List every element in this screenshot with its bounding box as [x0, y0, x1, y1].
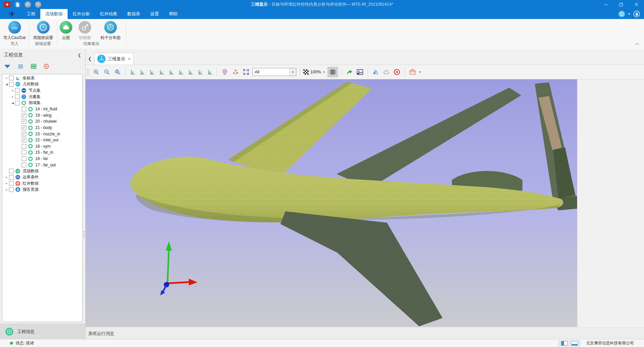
- panel-splitter-handle[interactable]: [83, 230, 85, 239]
- layout-bottom-panel-icon[interactable]: [571, 341, 578, 346]
- restore-button[interactable]: [613, 0, 629, 9]
- zoom-fit-icon[interactable]: [113, 67, 122, 77]
- export-view-icon[interactable]: [345, 67, 354, 77]
- screenshot-image-icon[interactable]: [356, 67, 364, 77]
- tree-item-几何数据[interactable]: ◢几何数据: [2, 81, 82, 88]
- save-scene-icon[interactable]: [408, 67, 417, 77]
- tree-item-元素集[interactable]: ▸元素集: [2, 94, 82, 100]
- marquee-select-icon[interactable]: [242, 67, 250, 77]
- menu-item-红外结果[interactable]: 红外结果: [95, 9, 122, 19]
- view-iso-1-icon[interactable]: [187, 67, 194, 77]
- contour-cloud-button[interactable]: 云图: [57, 21, 75, 41]
- tree-item-16 - far[interactable]: 16 - far: [2, 156, 82, 162]
- view-iso-3-icon[interactable]: [206, 67, 213, 77]
- locate-target-icon[interactable]: [43, 63, 49, 71]
- tree-item-23 - nozzle_in[interactable]: ✓23 - nozzle_in: [2, 131, 82, 137]
- tree-checkbox[interactable]: ✓: [22, 132, 26, 136]
- tree-checkbox[interactable]: [9, 181, 14, 186]
- tree-item-边界条件[interactable]: ▸边界条件: [2, 174, 82, 181]
- redo-icon[interactable]: ↷: [35, 1, 41, 8]
- tree-checkbox[interactable]: [9, 169, 14, 173]
- layout-left-panel-icon[interactable]: [561, 341, 567, 346]
- display-filter-select[interactable]: All ▼: [252, 68, 296, 76]
- panel-collapse-icon[interactable]: ❮: [78, 53, 81, 58]
- panel-bottom-bar[interactable]: 工程信息: [0, 324, 85, 339]
- tree-checkbox[interactable]: [22, 107, 26, 111]
- mirror-icon[interactable]: [371, 67, 380, 77]
- tree-item-面域集[interactable]: ◢面域集: [2, 100, 82, 106]
- minimize-button[interactable]: [598, 0, 613, 9]
- view-bottom-icon[interactable]: [177, 67, 184, 77]
- combo-dropdown-icon[interactable]: ▼: [289, 68, 296, 76]
- tree-item-21 - body[interactable]: ✓21 - body: [2, 125, 82, 131]
- view-back-icon[interactable]: [139, 67, 146, 77]
- tree-checkbox[interactable]: ✓: [22, 125, 26, 130]
- tree-checkbox[interactable]: ✓: [22, 113, 26, 118]
- undo-icon[interactable]: ↶: [25, 1, 31, 8]
- style-dropdown-icon[interactable]: ▼: [628, 12, 631, 16]
- tree-checkbox[interactable]: [9, 76, 14, 80]
- tree-item-19 - wing[interactable]: ✓19 - wing: [2, 112, 82, 119]
- tree-item-坐标系[interactable]: ▸坐标系: [2, 75, 82, 81]
- mesh-grid-toggle[interactable]: [327, 67, 338, 77]
- close-button[interactable]: [629, 0, 644, 9]
- tree-checkbox[interactable]: [9, 187, 14, 192]
- tree-item-14 - int_fluid[interactable]: 14 - int_fluid: [2, 106, 82, 112]
- save-dropdown-icon[interactable]: ▼: [419, 71, 422, 74]
- tree-item-节点集[interactable]: ▸节点集: [2, 87, 82, 94]
- periodic-face-settings-button[interactable]: 周期面设置: [29, 21, 57, 41]
- particle-distribution-button[interactable]: 粒子分布图: [95, 21, 126, 41]
- import-cas-dat-button[interactable]: cas 导入Cas/Dat: [0, 21, 29, 41]
- tree-expand-icon[interactable]: ▸: [4, 76, 9, 80]
- tree-expand-icon[interactable]: ▸: [4, 176, 9, 179]
- tree-expand-icon[interactable]: ▸: [10, 95, 15, 98]
- tab-close-icon[interactable]: ✕: [128, 57, 131, 61]
- menu-item-工程[interactable]: 工程: [22, 9, 40, 19]
- tree-checkbox[interactable]: [15, 94, 20, 99]
- menu-item-帮助[interactable]: 帮助: [164, 9, 182, 19]
- particles-select-icon[interactable]: [231, 67, 240, 77]
- zoom-dropdown-icon[interactable]: ▼: [323, 71, 325, 74]
- new-document-icon[interactable]: [14, 1, 21, 8]
- probe-locator-icon[interactable]: [220, 67, 229, 77]
- tree-checkbox[interactable]: [22, 150, 26, 155]
- style-switch-icon[interactable]: [618, 11, 625, 17]
- menu-item-流场数据[interactable]: 流场数据: [40, 9, 68, 19]
- view-iso-2-icon[interactable]: [196, 67, 204, 77]
- tree-checkbox[interactable]: ✓: [22, 138, 26, 142]
- view-top-icon[interactable]: [167, 67, 175, 77]
- tree-checkbox[interactable]: [9, 82, 14, 87]
- tree-checkbox[interactable]: ✓: [22, 119, 26, 124]
- tree-checkbox[interactable]: [15, 88, 20, 93]
- menu-item-设置[interactable]: 设置: [145, 9, 164, 19]
- tree-checkbox[interactable]: [9, 175, 14, 180]
- tree-item-流场数据[interactable]: 流场数据: [2, 168, 82, 174]
- zoom-out-icon[interactable]: [103, 67, 111, 77]
- zoom-level-control[interactable]: 100% ▼: [303, 69, 325, 75]
- list-mode-icon[interactable]: [17, 64, 24, 70]
- tree-item-15 - far_in[interactable]: 15 - far_in: [2, 149, 82, 156]
- toolbar-drag-handle[interactable]: [87, 68, 89, 76]
- tree-item-18 - sym[interactable]: 18 - sym: [2, 143, 82, 150]
- tree-checkbox[interactable]: [22, 144, 26, 149]
- tree-expand-icon[interactable]: ▸: [10, 89, 15, 92]
- view-front-icon[interactable]: [129, 67, 136, 77]
- help-manual-icon[interactable]: [633, 11, 640, 17]
- view-left-icon[interactable]: [148, 67, 156, 77]
- tree-item-报告资源[interactable]: ▸报告资源: [2, 187, 82, 193]
- tree-expand-icon[interactable]: ▸: [4, 188, 9, 191]
- tab-3d-view[interactable]: 三维显示 ✕: [94, 53, 134, 65]
- tree-checkbox[interactable]: [15, 101, 20, 105]
- cancel-operation-icon[interactable]: [393, 67, 401, 77]
- menu-item-红外分析[interactable]: 红外分析: [68, 9, 95, 19]
- zoom-in-icon[interactable]: [92, 67, 101, 77]
- view-right-icon[interactable]: [158, 67, 165, 77]
- tree-item-22 - inlet_out[interactable]: ✓22 - inlet_out: [2, 137, 82, 143]
- app-icon[interactable]: [4, 1, 10, 8]
- tree-expand-icon[interactable]: ▸: [4, 182, 9, 185]
- grid-view-icon[interactable]: [31, 64, 37, 70]
- filter-icon[interactable]: [4, 64, 11, 70]
- menu-item-数据库[interactable]: 数据库: [122, 9, 145, 19]
- tree-item-红外数据[interactable]: ▸红外数据: [2, 180, 82, 187]
- tree-checkbox[interactable]: [22, 156, 26, 161]
